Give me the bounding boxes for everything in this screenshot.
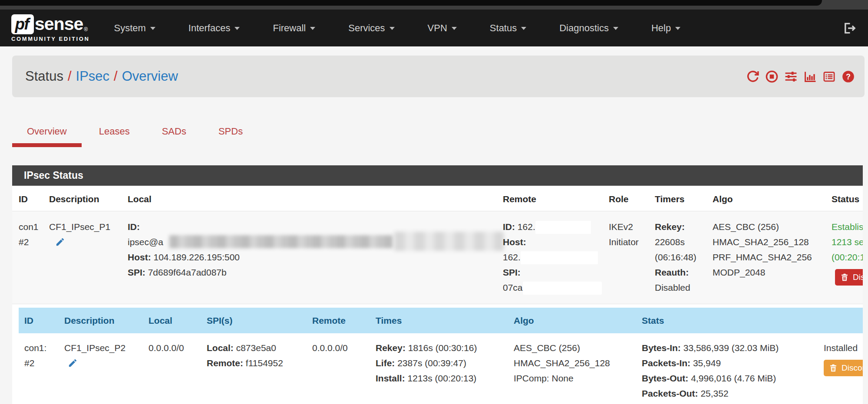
breadcrumb-link-overview[interactable]: Overview	[122, 69, 178, 84]
breadcrumb-separator: /	[68, 69, 72, 84]
cell-remote: 0.0.0.0/0	[307, 333, 370, 404]
cell-stats: Bytes-In: 33,586,939 (32.03 MiB) Packets…	[636, 333, 818, 404]
help-icon[interactable]: ?	[842, 70, 855, 83]
browser-chrome-strip	[0, 0, 868, 10]
redacted-white-block	[535, 221, 591, 234]
chart-bar-icon[interactable]	[803, 70, 817, 83]
chevron-down-icon	[310, 27, 315, 30]
disconnect-button[interactable]: Disconnect	[835, 269, 863, 286]
col-header-description: Description	[43, 186, 121, 211]
breadcrumb-section: Status	[25, 69, 63, 84]
cell-times: Rekey: 1816s (00:30:16) Life: 2387s (00:…	[370, 333, 508, 404]
tab-sads[interactable]: SADs	[162, 122, 186, 143]
col-header-description: Description	[59, 308, 143, 333]
col-header-id: ID	[12, 186, 43, 211]
menu-item-vpn[interactable]: VPN	[428, 23, 457, 34]
chevron-down-icon	[150, 27, 155, 30]
cell-local: 0.0.0.0/0	[143, 333, 201, 404]
disconnect-label: Disconnect	[842, 363, 863, 373]
redacted-blur	[394, 232, 504, 251]
sliders-icon[interactable]	[784, 70, 798, 83]
ipsec-status-panel: IPsec Status ID Description Local Remote…	[12, 165, 863, 404]
refresh-icon[interactable]	[746, 70, 759, 83]
menu-item-firewall[interactable]: Firewall	[273, 23, 315, 34]
breadcrumb-link-ipsec[interactable]: IPsec	[76, 69, 110, 84]
logo-registered-mark: ®	[84, 26, 88, 33]
chevron-down-icon	[234, 27, 240, 30]
col-header-local: Local	[143, 308, 201, 333]
col-header-spis: SPI(s)	[201, 308, 307, 333]
menu-item-services[interactable]: Services	[348, 23, 394, 34]
cell-algo: AES_CBC (256) HMAC_SHA2_256_128 PRF_HMAC…	[706, 211, 825, 304]
status-established: Established	[832, 219, 856, 234]
page-content: Status/IPsec/Overview	[0, 46, 868, 404]
cell-local: ID: ipsec@a Host: 104.189.226.195:500 SP…	[121, 211, 496, 304]
menu-item-system[interactable]: System	[114, 23, 155, 34]
cell-timers: Rekey: 22608s (06:16:48) Reauth: Disable…	[648, 211, 706, 304]
disconnect-button[interactable]: Disconnect	[824, 360, 863, 376]
tab-overview[interactable]: Overview	[27, 122, 67, 143]
page-action-icons: ?	[746, 70, 855, 83]
pfsense-ipsec-status-screen: pf sense ® COMMUNITY EDITION System Inte…	[0, 0, 868, 404]
chevron-down-icon	[675, 27, 680, 30]
redacted-white-block	[521, 251, 598, 264]
menu-item-status[interactable]: Status	[490, 23, 526, 34]
ipsec-table-header: ID Description Local Remote Role Timers …	[12, 186, 863, 211]
col-header-id: ID	[19, 308, 59, 333]
breadcrumb: Status/IPsec/Overview	[12, 56, 865, 97]
menu-label: Help	[651, 23, 671, 33]
menu-label: Status	[490, 23, 517, 33]
svg-text:?: ?	[846, 72, 851, 81]
logo-subtitle: COMMUNITY EDITION	[11, 36, 89, 42]
top-navbar: pf sense ® COMMUNITY EDITION System Inte…	[0, 10, 868, 46]
tab-bar: Overview Leases SADs SPDs	[12, 122, 275, 143]
child-sa-table: ID Description Local SPI(s) Remote Times…	[12, 304, 863, 404]
cell-id: con1: #2	[19, 333, 59, 404]
table-row: con1: #2 CF1_IPsec_P2 0.0.0.0/0 Local: c…	[19, 333, 863, 404]
col-header-role: Role	[602, 186, 648, 211]
edit-pencil-icon[interactable]	[55, 237, 65, 247]
cell-algo: AES_CBC (256) HMAC_SHA2_256_128 IPComp: …	[508, 333, 636, 404]
logo-sense-text: sense	[35, 14, 83, 34]
menu-item-interfaces[interactable]: Interfaces	[188, 23, 240, 34]
status-installed: Installed	[824, 340, 857, 355]
redacted-white-block	[523, 282, 602, 295]
col-header-status: Status	[825, 186, 863, 211]
trash-icon	[840, 273, 849, 282]
disconnect-label: Disconnect	[853, 273, 863, 282]
chevron-down-icon	[521, 27, 526, 30]
col-header-empty	[818, 308, 863, 333]
col-header-stats: Stats	[636, 308, 818, 333]
cell-spis: Local: c873e5a0 Remote: f1154952	[201, 333, 307, 404]
edit-pencil-icon[interactable]	[68, 358, 78, 368]
col-header-algo: Algo	[508, 308, 636, 333]
tab-spds[interactable]: SPDs	[218, 122, 243, 143]
menu-label: System	[114, 23, 145, 33]
breadcrumb-separator: /	[114, 69, 118, 84]
stop-icon[interactable]	[765, 70, 779, 83]
col-header-algo: Algo	[706, 186, 825, 211]
col-header-local: Local	[121, 186, 496, 211]
cell-remote: ID: 162. Host: 162. SPI: 07ca	[496, 211, 602, 304]
tab-leases[interactable]: Leases	[99, 122, 130, 143]
list-icon[interactable]	[822, 70, 836, 83]
cell-id: con1 #2	[12, 211, 43, 304]
col-header-remote: Remote	[307, 308, 370, 333]
table-row: con1 #2 CF1_IPsec_P1 ID: ipsec@a	[12, 211, 863, 304]
cell-status: Installed Disconne	[818, 333, 863, 404]
menu-label: Firewall	[273, 23, 306, 33]
cell-role: IKEv2 Initiator	[602, 211, 648, 304]
child-table-header: ID Description Local SPI(s) Remote Times…	[19, 308, 863, 333]
chevron-down-icon	[452, 27, 457, 30]
col-header-remote: Remote	[496, 186, 602, 211]
pfsense-logo[interactable]: pf sense ® COMMUNITY EDITION	[11, 14, 89, 42]
browser-chrome-dark-strip	[0, 0, 822, 6]
menu-item-help[interactable]: Help	[651, 23, 680, 34]
menu-label: Services	[348, 23, 385, 33]
main-menu: System Interfaces Firewall Services VPN …	[114, 23, 713, 34]
menu-label: Diagnostics	[559, 23, 609, 33]
menu-item-diagnostics[interactable]: Diagnostics	[559, 23, 618, 34]
chevron-down-icon	[613, 27, 618, 30]
sign-out-icon[interactable]	[842, 21, 857, 36]
col-header-times: Times	[370, 308, 508, 333]
